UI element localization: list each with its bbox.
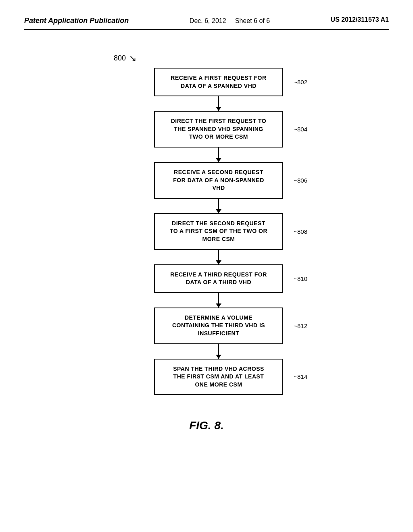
flowchart: RECEIVE A FIRST REQUEST FORDATA OF A SPA… xyxy=(154,68,283,395)
patent-number: US 2012/311573 A1 xyxy=(331,16,389,23)
arrow-812-814 xyxy=(218,344,219,359)
step-802-text: RECEIVE A FIRST REQUEST FORDATA OF A SPA… xyxy=(171,75,266,89)
page-header: Patent Application Publication Dec. 6, 2… xyxy=(24,16,389,30)
step-806-wrapper: RECEIVE A SECOND REQUESTFOR DATA OF A NO… xyxy=(154,162,283,199)
diagram-800-wrapper: 800 ↘ xyxy=(114,54,299,64)
arrow-806-808 xyxy=(218,199,219,213)
diagram-area: 800 ↘ RECEIVE A FIRST REQUEST FORDATA OF… xyxy=(24,54,389,432)
step-804-wrapper: DIRECT THE FIRST REQUEST TOTHE SPANNED V… xyxy=(154,111,283,148)
header-center: Dec. 6, 2012 Sheet 6 of 6 xyxy=(190,16,270,26)
step-812-wrapper: DETERMINE A VOLUMECONTAINING THE THIRD V… xyxy=(154,308,283,344)
step-806-label: ~806 xyxy=(294,177,307,184)
step-810-text: RECEIVE A THIRD REQUEST FORDATA OF A THI… xyxy=(170,271,267,286)
step-810-box: RECEIVE A THIRD REQUEST FORDATA OF A THI… xyxy=(154,264,283,293)
step-810-label: ~810 xyxy=(294,275,307,282)
step-812-box: DETERMINE A VOLUMECONTAINING THE THIRD V… xyxy=(154,308,283,344)
step-814-box: SPAN THE THIRD VHD ACROSSTHE FIRST CSM A… xyxy=(154,359,283,395)
step-804-box: DIRECT THE FIRST REQUEST TOTHE SPANNED V… xyxy=(154,111,283,148)
step-808-text: DIRECT THE SECOND REQUESTTO A FIRST CSM … xyxy=(170,220,267,242)
step-810-wrapper: RECEIVE A THIRD REQUEST FORDATA OF A THI… xyxy=(154,264,283,293)
step-808-label: ~808 xyxy=(294,228,307,235)
step-812-text: DETERMINE A VOLUMECONTAINING THE THIRD V… xyxy=(172,314,265,337)
step-812-label: ~812 xyxy=(294,322,307,329)
step-806-text: RECEIVE A SECOND REQUESTFOR DATA OF A NO… xyxy=(173,169,264,191)
step-814-label: ~814 xyxy=(294,373,307,380)
step-804-text: DIRECT THE FIRST REQUEST TOTHE SPANNED V… xyxy=(171,118,266,140)
step-808-box: DIRECT THE SECOND REQUESTTO A FIRST CSM … xyxy=(154,213,283,250)
page: Patent Application Publication Dec. 6, 2… xyxy=(0,0,413,532)
step-802-label: ~802 xyxy=(294,79,307,85)
arrow-802-804 xyxy=(218,96,219,111)
publication-label: Patent Application Publication xyxy=(24,16,129,25)
step-808-wrapper: DIRECT THE SECOND REQUESTTO A FIRST CSM … xyxy=(154,213,283,250)
arrow-808-810 xyxy=(218,250,219,264)
arrow-810-812 xyxy=(218,293,219,308)
step-814-text: SPAN THE THIRD VHD ACROSSTHE FIRST CSM A… xyxy=(173,366,264,388)
step-802-wrapper: RECEIVE A FIRST REQUEST FORDATA OF A SPA… xyxy=(154,68,283,96)
step-804-label: ~804 xyxy=(294,126,307,133)
date-label: Dec. 6, 2012 xyxy=(190,17,226,24)
diagram-figure-label: 800 xyxy=(114,54,126,62)
arrow-804-806 xyxy=(218,148,219,162)
step-802-box: RECEIVE A FIRST REQUEST FORDATA OF A SPA… xyxy=(154,68,283,96)
step-806-box: RECEIVE A SECOND REQUESTFOR DATA OF A NO… xyxy=(154,162,283,199)
sheet-label: Sheet 6 of 6 xyxy=(235,17,270,24)
figure-caption: FIG. 8. xyxy=(189,419,224,432)
arrow-800-icon: ↘ xyxy=(129,53,136,64)
step-814-wrapper: SPAN THE THIRD VHD ACROSSTHE FIRST CSM A… xyxy=(154,359,283,395)
